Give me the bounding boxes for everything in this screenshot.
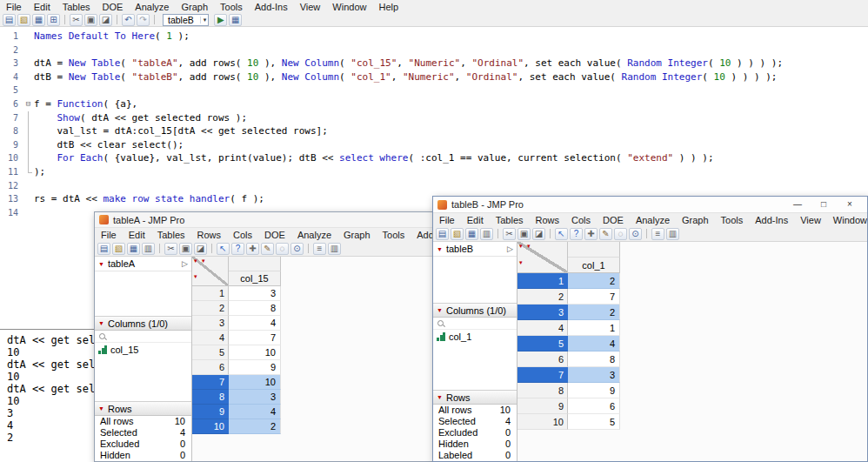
row-number[interactable]: 10 <box>192 419 229 434</box>
grabber-icon[interactable]: ✚ <box>584 228 598 240</box>
table-row-6[interactable]: 68 <box>517 352 867 367</box>
rows-menu-icon[interactable]: ▾ <box>519 259 523 265</box>
table-row-4[interactable]: 47 <box>192 331 432 345</box>
cell-value[interactable]: 9 <box>568 383 620 398</box>
cell-value[interactable]: 6 <box>568 398 620 414</box>
save-icon[interactable]: ▦ <box>32 14 45 26</box>
brush-icon[interactable]: ✎ <box>261 243 274 255</box>
row-number[interactable]: 1 <box>192 286 229 301</box>
columns-menu-icon[interactable]: ▾ <box>202 258 205 264</box>
menu-tables[interactable]: Tables <box>490 214 530 226</box>
menu-edit[interactable]: Edit <box>28 1 57 13</box>
row-number[interactable]: 5 <box>192 345 229 360</box>
grid-corner[interactable]: ▾ ▾ ▾ <box>192 257 229 286</box>
rows-panel-header[interactable]: ▼ Rows <box>433 390 517 405</box>
grid-corner[interactable]: ▾ ▾ ▾ <box>517 242 568 273</box>
cell-value[interactable]: 2 <box>568 273 620 289</box>
tableA-window[interactable]: tableA - JMP Pro FileEditTablesRowsColsD… <box>94 211 433 462</box>
table-row-8[interactable]: 89 <box>517 383 867 398</box>
tableB-grid[interactable]: ▾ ▾ ▾ col_1 122732415468738996105 <box>517 242 867 461</box>
menu-help[interactable]: Help <box>372 1 404 13</box>
columns-menu-icon[interactable]: ▾ <box>519 243 523 249</box>
menu-add-ins[interactable]: Add-Ins <box>749 214 794 226</box>
menu-rows[interactable]: Rows <box>530 214 566 226</box>
cell-value[interactable]: 8 <box>568 352 620 367</box>
save-icon[interactable]: ▦ <box>127 243 140 255</box>
columns-search-row[interactable] <box>433 318 517 330</box>
columns-menu-icon[interactable]: ▾ <box>194 258 197 264</box>
close-button[interactable]: × <box>837 197 863 212</box>
rows-menu-icon[interactable]: ≡ <box>651 228 664 240</box>
cell-value[interactable]: 4 <box>229 405 281 419</box>
row-number[interactable]: 7 <box>192 375 229 390</box>
row-number[interactable]: 8 <box>192 390 229 405</box>
rows-stat-excluded[interactable]: Excluded0 <box>433 427 517 439</box>
menu-tables[interactable]: Tables <box>57 1 97 13</box>
panel-collapse-icon[interactable]: ▷ <box>182 259 188 268</box>
rows-stat-hidden[interactable]: Hidden0 <box>433 439 517 450</box>
brush-icon[interactable]: ✎ <box>599 228 612 240</box>
open-icon[interactable]: ▧ <box>17 14 30 26</box>
paste-icon[interactable]: ◪ <box>532 228 545 240</box>
open-icon[interactable]: ▧ <box>451 228 464 240</box>
cell-value[interactable]: 4 <box>568 336 620 352</box>
columns-search-row[interactable] <box>95 331 191 343</box>
print-icon[interactable]: ▥ <box>480 228 493 240</box>
cell-value[interactable]: 2 <box>568 305 620 320</box>
help-icon[interactable]: ? <box>570 228 583 240</box>
row-number[interactable]: 9 <box>192 405 229 419</box>
table-panel-header[interactable]: ▼ tableB ▷ <box>433 242 517 257</box>
table-row-10[interactable]: 102 <box>192 419 432 434</box>
menu-file[interactable]: File <box>433 214 461 226</box>
cell-value[interactable]: 2 <box>229 419 281 434</box>
menu-file[interactable]: File <box>95 229 123 241</box>
open-icon[interactable]: ▧ <box>112 243 125 255</box>
menu-add-ins[interactable]: Add-Ins <box>249 1 294 13</box>
rows-stat-all-rows[interactable]: All rows10 <box>433 405 517 416</box>
print-icon[interactable]: ▥ <box>142 243 155 255</box>
table-row-9[interactable]: 94 <box>192 405 432 419</box>
table-row-9[interactable]: 96 <box>517 398 867 414</box>
row-number[interactable]: 4 <box>192 331 229 345</box>
rows-stat-hidden[interactable]: Hidden0 <box>95 450 191 461</box>
menu-window[interactable]: Window <box>827 214 868 226</box>
menu-rows[interactable]: Rows <box>191 229 228 241</box>
menu-view[interactable]: View <box>794 214 827 226</box>
menu-file[interactable]: File <box>0 1 28 13</box>
table-row-7[interactable]: 710 <box>192 375 432 390</box>
copy-icon[interactable]: ▣ <box>517 228 531 240</box>
help-icon[interactable]: ? <box>231 243 244 255</box>
lasso-icon[interactable]: ◌ <box>276 243 289 255</box>
cut-icon[interactable]: ✂ <box>70 14 83 26</box>
zoom-icon[interactable]: ⊙ <box>290 243 304 255</box>
menu-doe[interactable]: DOE <box>97 1 130 13</box>
table-row-4[interactable]: 41 <box>517 320 867 336</box>
cell-value[interactable]: 8 <box>229 301 281 316</box>
row-number[interactable]: 8 <box>517 383 568 398</box>
table-panel-header[interactable]: ▼ tableA ▷ <box>95 257 191 271</box>
cut-icon[interactable]: ✂ <box>503 228 516 240</box>
column-header[interactable]: col_1 <box>568 258 620 273</box>
tableB-window[interactable]: tableB - JMP Pro —□× FileEditTablesRowsC… <box>432 196 868 462</box>
menu-analyze[interactable]: Analyze <box>291 229 337 241</box>
red-triangle-icon[interactable]: ▼ <box>437 246 443 252</box>
cell-value[interactable]: 7 <box>229 331 281 345</box>
menu-graph[interactable]: Graph <box>337 229 377 241</box>
fold-margin[interactable]: ⊟ <box>23 97 34 111</box>
column-list-item[interactable]: col_15 <box>95 343 191 356</box>
table-row-10[interactable]: 105 <box>517 414 867 430</box>
red-triangle-icon[interactable]: ▼ <box>437 307 443 313</box>
save-icon[interactable]: ▦ <box>465 228 478 240</box>
row-number[interactable]: 10 <box>517 414 568 430</box>
menu-tools[interactable]: Tools <box>214 1 249 13</box>
menu-graph[interactable]: Graph <box>175 1 214 13</box>
menu-doe[interactable]: DOE <box>597 214 630 226</box>
paste-icon[interactable]: ◪ <box>99 14 112 26</box>
table-row-2[interactable]: 27 <box>517 289 867 305</box>
rows-stat-excluded[interactable]: Excluded0 <box>95 439 191 450</box>
row-number[interactable]: 7 <box>517 367 568 383</box>
cut-icon[interactable]: ✂ <box>164 243 177 255</box>
rows-stat-selected[interactable]: Selected4 <box>95 427 191 439</box>
cell-value[interactable]: 10 <box>229 345 281 360</box>
table-row-6[interactable]: 69 <box>192 360 432 375</box>
